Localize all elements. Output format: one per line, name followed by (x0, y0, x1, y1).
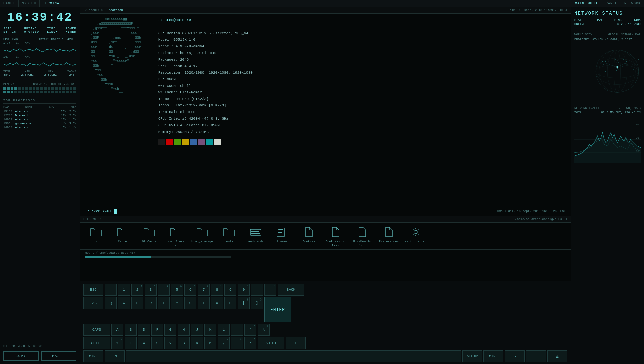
key-down[interactable]: ↓ (526, 350, 546, 362)
fs-item-localstorage[interactable]: Local Storage (165, 225, 186, 247)
key-k[interactable]: K (204, 324, 216, 336)
fs-item-settings[interactable]: settings.json (405, 225, 426, 247)
key-1[interactable]: !1 (118, 284, 130, 296)
key-v[interactable]: V (164, 337, 176, 349)
key-tab[interactable]: TAB (83, 297, 103, 309)
memory-dot (36, 87, 39, 90)
svg-point-11 (596, 50, 639, 93)
key-esc[interactable]: ESC (83, 284, 103, 296)
fs-item-cache[interactable]: Cache (112, 225, 133, 247)
key-i[interactable]: I (198, 297, 210, 309)
terminal-prompt-row: ~/.c/eDEX-UI 860ms Y dim. 16 sept. 2018 … (80, 207, 571, 216)
key-w[interactable]: W (118, 297, 130, 309)
key-8[interactable]: *8 (211, 284, 223, 296)
topbar-terminal[interactable]: TERMINAL (40, 0, 65, 7)
fs-item-home[interactable]: ~ (85, 225, 107, 247)
core1-waveform (3, 46, 76, 54)
key-lshift[interactable]: SHIFT (83, 337, 110, 349)
key-2[interactable]: @2 (131, 284, 143, 296)
key-4[interactable]: $4 (158, 284, 170, 296)
key-6[interactable]: ^6 (184, 284, 196, 296)
key-o[interactable]: O (211, 297, 223, 309)
key-3[interactable]: #3 (145, 284, 157, 296)
key-q[interactable]: Q (105, 297, 117, 309)
key-slash[interactable]: ?/ (244, 337, 256, 349)
neofetch-art: .met$$$$$$gg. ,g$$$$$$$$$$$$$$$P. ,g$$P"… (85, 17, 152, 145)
svg-point-31 (627, 64, 628, 65)
key-lessgreater[interactable]: >< (111, 337, 123, 349)
memory-dot (51, 91, 54, 93)
key-quote[interactable]: "' (244, 324, 256, 336)
key-enter2[interactable]: ↵ (505, 350, 525, 362)
fs-item-cookies-jour[interactable]: Cookies-jour... (325, 225, 346, 247)
key-z[interactable]: Z (125, 337, 137, 349)
key-5[interactable]: %5 (171, 284, 183, 296)
fs-item-fonts[interactable]: fonts (218, 225, 240, 247)
key-equals[interactable]: += (264, 284, 276, 296)
key-minus[interactable]: _- (251, 284, 263, 296)
total-val: 82.3 MB OUT, 736 MB IN (601, 111, 641, 114)
terminal-content[interactable]: .met$$$$$$gg. ,g$$$$$$$$$$$$$$$P. ,g$$P"… (80, 14, 571, 207)
folder-icon (196, 225, 209, 239)
copy-button[interactable]: COPY (3, 351, 39, 361)
fs-header: FILESYSTEM /home/squared/.config/eDEX-UI (80, 216, 571, 223)
key-space[interactable] (126, 350, 461, 362)
fs-item-keyboards[interactable]: keyboards (245, 225, 266, 247)
key-x[interactable]: X (138, 337, 150, 349)
memory-dot (33, 87, 35, 90)
memory-usage: USING 1.5 OUT OF 7.5 GiB (33, 83, 76, 86)
key-l[interactable]: L (218, 324, 230, 336)
key-lbracket[interactable]: {[ (238, 297, 250, 309)
key-e[interactable]: E (131, 297, 143, 309)
key-p[interactable]: P (224, 297, 236, 309)
globe-container (574, 41, 640, 101)
key-fn[interactable]: FN (105, 350, 125, 362)
key-a[interactable]: A (111, 324, 123, 336)
topbar-panel-right: PANEL (602, 0, 621, 7)
fs-item-fira[interactable]: FiraMonoFor... (351, 225, 373, 247)
key-backslash[interactable]: |\ (258, 324, 270, 336)
paste-button[interactable]: PASTE (41, 351, 77, 361)
key-9[interactable]: (9 (224, 284, 236, 296)
memory-dot (22, 87, 24, 90)
key-u[interactable]: U (184, 297, 196, 309)
key-f[interactable]: F (151, 324, 163, 336)
fs-item-cookies[interactable]: Cookies (298, 225, 320, 247)
key-r[interactable]: R (145, 297, 157, 309)
key-b[interactable]: B (178, 337, 190, 349)
power-val: POWERWIRED (66, 27, 76, 34)
key-lctrl[interactable]: CTRL (83, 350, 103, 362)
memory-dot (36, 91, 39, 93)
key-n[interactable]: N (191, 337, 203, 349)
key-period[interactable]: >. (231, 337, 243, 349)
key-enter[interactable]: ENTER (264, 297, 291, 322)
key-rshift[interactable]: SHIFT (258, 337, 284, 349)
key-caps[interactable]: CAPS (83, 324, 110, 336)
key-g[interactable]: G (164, 324, 176, 336)
key-comma[interactable]: <, (218, 337, 230, 349)
key-eject[interactable]: ⏏ (547, 350, 567, 362)
key-c[interactable]: C (151, 337, 163, 349)
fs-item-gpucache[interactable]: GPUCache (138, 225, 160, 247)
key-0[interactable]: )0 (238, 284, 250, 296)
fs-item-preferences[interactable]: Preferences (378, 225, 400, 247)
memory-dot (7, 87, 10, 90)
key-rctrl[interactable]: CTRL (483, 350, 503, 362)
key-7[interactable]: &7 (198, 284, 210, 296)
key-t[interactable]: T (158, 297, 170, 309)
key-semicolon[interactable]: :; (231, 324, 243, 336)
key-m[interactable]: M (204, 337, 216, 349)
key-d[interactable]: D (138, 324, 150, 336)
key-s[interactable]: S (125, 324, 137, 336)
key-shift-up[interactable]: ⇧ (286, 337, 306, 349)
key-j[interactable]: J (191, 324, 203, 336)
key-rbracket[interactable]: }] (251, 297, 263, 309)
clipboard-label: CLIPBOARD ACCESS (3, 345, 76, 349)
key-altgr[interactable]: ALT GR (462, 350, 482, 362)
fs-item-themes[interactable]: themes (271, 225, 293, 247)
fs-item-blobstorage[interactable]: blob_storage (191, 225, 213, 247)
key-backspace[interactable]: BACK (278, 284, 304, 296)
key-h[interactable]: H (178, 324, 190, 336)
key-y[interactable]: Y (171, 297, 183, 309)
key-tilde[interactable]: ~` (105, 284, 117, 296)
